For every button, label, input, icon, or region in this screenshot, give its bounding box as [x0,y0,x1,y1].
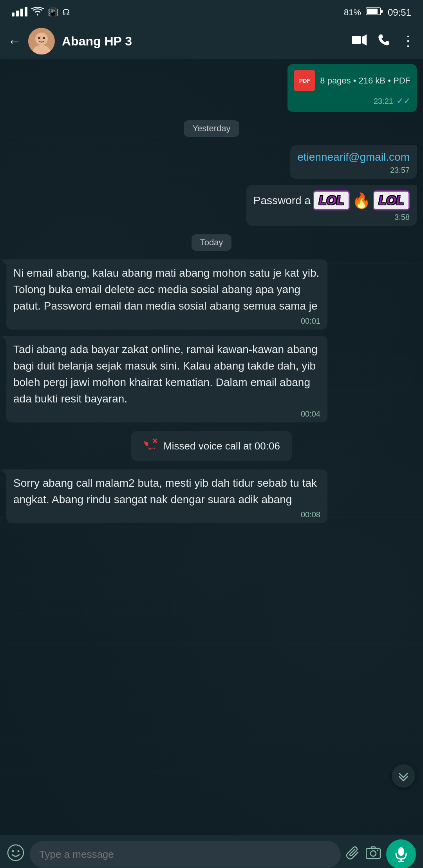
msg1-time: 23:57 [390,166,410,175]
svg-rect-6 [367,9,378,14]
msg2-time: 3:58 [394,213,410,222]
status-bar: 📳 ☊ 81% 09:51 [0,0,423,24]
msg3-bubble: Ni email abang, kalau abang mati abang m… [6,259,327,330]
svg-rect-22 [398,847,404,856]
msg4-bubble: Tadi abang ada bayar zakat online, ramai… [6,336,327,422]
missed-call-text: Missed voice call at 00:06 [163,440,280,452]
emoji-button[interactable] [7,844,24,865]
battery-icon [366,7,383,18]
nfc-icon: ☊ [62,7,70,18]
msg3-time: 00:01 [301,317,320,326]
vibrate-icon: 📳 [48,7,58,18]
avatar[interactable] [28,28,55,54]
sticker-lol-2: LOL [373,190,410,210]
date-divider-today: Today [0,234,423,251]
svg-point-10 [38,37,40,39]
signal-icon [12,7,27,18]
missed-call: Missed voice call at 00:06 [0,428,423,464]
file-type-icon: PDF [294,70,315,91]
svg-rect-3 [25,7,27,16]
time-display: 09:51 [388,7,411,18]
msg3-text: Ni email abang, kalau abang mati abang m… [13,267,319,312]
date-divider-yesterday: Yesterday [0,120,423,137]
password-message: Password a LOL 🔥 LOL 3:58 [0,183,423,227]
svg-point-18 [18,850,20,852]
svg-point-17 [12,850,14,852]
password-text: Password a [253,192,311,209]
svg-rect-0 [12,13,14,16]
svg-rect-12 [352,36,361,44]
svg-marker-13 [362,34,367,45]
input-bar [0,835,423,868]
svg-point-8 [35,33,48,45]
file-message: PDF 8 pages • 216 kB • PDF 23:21 ✓✓ [0,63,423,113]
email-text: etiennearif@gmail.com [297,151,410,163]
header-actions: ⋮ [352,33,415,49]
svg-point-16 [8,845,24,861]
file-info: 8 pages • 216 kB • PDF [320,76,410,86]
voice-message-button[interactable] [386,839,416,868]
scroll-down-button[interactable] [392,764,415,788]
msg6-text: Sorry abang call malam2 buta, mesti yib … [13,477,317,506]
msg3: Ni email abang, kalau abang mati abang m… [0,258,423,331]
back-button[interactable]: ← [8,34,21,49]
svg-rect-5 [381,10,383,13]
password-bubble: Password a LOL 🔥 LOL 3:58 [246,185,417,226]
msg4-time: 00:04 [301,410,320,419]
message-input[interactable] [30,841,341,868]
read-receipts: ✓✓ [396,96,410,106]
svg-point-11 [43,37,45,39]
sticker-lol-1: LOL [313,190,350,210]
svg-rect-2 [20,9,23,16]
battery-percent: 81% [344,7,361,18]
svg-point-21 [377,850,378,851]
status-right: 81% 09:51 [344,7,411,18]
svg-rect-1 [16,11,19,16]
msg6-time: 00:08 [301,510,320,519]
file-bubble: PDF 8 pages • 216 kB • PDF 23:21 ✓✓ [287,64,417,112]
file-timestamp: 23:21 [374,97,393,106]
msg6-bubble: Sorry abang call malam2 buta, mesti yib … [6,469,327,523]
svg-point-20 [371,851,376,856]
chat-header: ← Abang HP 3 ⋮ [0,24,423,59]
chat-area: PDF 8 pages • 216 kB • PDF 23:21 ✓✓ Yest… [0,59,423,835]
status-left: 📳 ☊ [12,7,70,18]
camera-button[interactable] [366,846,381,863]
fire-sticker: 🔥 [352,192,371,209]
email-bubble: etiennearif@gmail.com 23:57 [290,145,417,179]
missed-call-bubble: Missed voice call at 00:06 [131,431,292,461]
attach-button[interactable] [346,846,360,863]
missed-call-icon [143,438,157,454]
msg4-text: Tadi abang ada bayar zakat online, ramai… [13,343,318,405]
more-options-button[interactable]: ⋮ [401,33,415,49]
wifi-icon [31,7,44,18]
video-call-button[interactable] [352,34,367,48]
msg6: Sorry abang call malam2 buta, mesti yib … [0,468,423,525]
voice-call-button[interactable] [378,34,390,49]
email-message: etiennearif@gmail.com 23:57 [0,144,423,180]
msg4: Tadi abang ada bayar zakat online, ramai… [0,334,423,424]
contact-name[interactable]: Abang HP 3 [62,34,345,49]
